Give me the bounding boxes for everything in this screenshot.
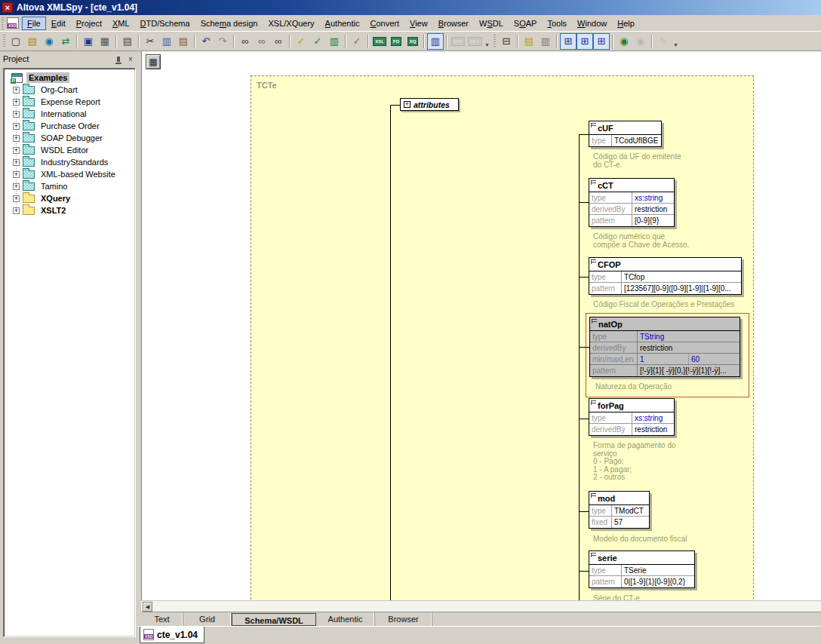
disconnect-server-icon[interactable]: ◉: [632, 33, 649, 50]
display-diagram-toggle-icon[interactable]: ⊞: [560, 33, 577, 50]
tree-item-soap-debugger[interactable]: +SOAP Debugger: [5, 132, 135, 144]
check-wellformed-icon[interactable]: ✓: [293, 33, 309, 50]
schema-element-icon[interactable]: ▤: [521, 33, 537, 50]
menu-schema-design[interactable]: Schema design: [195, 17, 263, 30]
show-globals-button[interactable]: ▦: [146, 54, 161, 69]
document-menu-icon[interactable]: [7, 17, 19, 29]
find-next-icon[interactable]: ∞: [270, 33, 287, 50]
save-all-icon[interactable]: ▦: [97, 33, 113, 50]
redo-icon[interactable]: ↷: [214, 33, 231, 50]
menu-file[interactable]: File: [22, 17, 46, 30]
xslfo-transform-icon[interactable]: FO: [388, 33, 404, 50]
menu-authentic[interactable]: Authentic: [320, 17, 365, 30]
open-file-icon[interactable]: ▤: [24, 33, 41, 50]
schema-copy-icon[interactable]: ▥: [537, 33, 554, 50]
find-icon[interactable]: ∞: [237, 33, 254, 50]
expand-icon[interactable]: +: [13, 135, 20, 142]
expand-icon[interactable]: +: [13, 207, 20, 214]
view-tab-schema-wsdl[interactable]: Schema/WSDL: [232, 613, 316, 626]
expand-icon[interactable]: +: [13, 147, 20, 154]
print-icon[interactable]: ▤: [119, 33, 136, 50]
reload-file-icon[interactable]: ⇄: [57, 33, 74, 50]
paste-icon[interactable]: ▤: [175, 33, 192, 50]
element-box-cUF[interactable]: cUFtypeTCodUfIBGE: [589, 121, 662, 147]
undo-icon[interactable]: ↶: [198, 33, 214, 50]
connect-server-icon[interactable]: ◉: [616, 33, 632, 50]
expand-icon[interactable]: +: [13, 183, 20, 190]
browser-preview-icon[interactable]: ▥: [427, 33, 444, 50]
new-document-icon[interactable]: ▢: [8, 33, 24, 50]
view-tab-authentic[interactable]: Authentic: [316, 612, 375, 626]
expand-attributes-icon[interactable]: +: [404, 101, 410, 108]
view-tab-text[interactable]: Text: [141, 612, 183, 626]
toolbar-grip[interactable]: [494, 35, 496, 48]
expand-icon[interactable]: +: [13, 99, 20, 106]
xsl-transform-icon[interactable]: XSL: [371, 33, 388, 50]
menu-wsdl[interactable]: WSDL: [474, 17, 509, 30]
expand-icon[interactable]: +: [13, 159, 20, 166]
display-constraints-toggle-icon[interactable]: ⊞: [593, 33, 610, 50]
tree-item-expense-report[interactable]: +Expense Report: [5, 96, 135, 108]
dtd-def-icon[interactable]: DEF: [450, 33, 466, 50]
menu-dtd-schema[interactable]: DTD/Schema: [135, 17, 195, 30]
attributes-box[interactable]: +attributes: [400, 98, 459, 111]
xquery-execute-icon[interactable]: XQ: [404, 33, 421, 50]
tree-item-xquery[interactable]: +XQuery: [5, 192, 135, 204]
toolbar-overflow-icon[interactable]: ▾: [483, 33, 491, 50]
tree-item-wsdl-editor[interactable]: +WSDL Editor: [5, 144, 135, 156]
close-icon[interactable]: ×: [125, 54, 136, 64]
display-annotations-toggle-icon[interactable]: ⊞: [577, 33, 593, 50]
element-box-CFOP[interactable]: CFOPtypeTCfoppattern[123567][0-9]([0-9][…: [589, 257, 742, 295]
expand-icon[interactable]: +: [13, 111, 20, 118]
tree-item-xslt2[interactable]: +XSLT2: [5, 204, 135, 216]
toolbar-grip[interactable]: [3, 35, 5, 48]
expand-icon[interactable]: +: [13, 195, 20, 202]
menu-window[interactable]: Window: [572, 17, 612, 30]
element-box-forPag[interactable]: forPagtypexs:stringderivedByrestriction: [589, 398, 675, 436]
element-box-serie[interactable]: serietypeTSeriepattern0|[1-9]{1}[0-9]{0,…: [589, 550, 695, 588]
expand-icon[interactable]: +: [13, 87, 20, 94]
spelling-icon[interactable]: ✓: [349, 33, 365, 50]
menu-tools[interactable]: Tools: [542, 17, 572, 30]
assign-schema-icon[interactable]: ▥: [326, 33, 343, 50]
menu-help[interactable]: Help: [612, 17, 640, 30]
find-in-files-icon[interactable]: ∞: [254, 33, 270, 50]
menu-xml[interactable]: XML: [107, 17, 135, 30]
pin-icon[interactable]: [113, 54, 124, 64]
open-url-icon[interactable]: ◉: [41, 33, 57, 50]
element-box-natOp[interactable]: natOptypeTStringderivedByrestrictionmin/…: [589, 317, 740, 377]
toolbar-overflow2-icon[interactable]: ▾: [672, 33, 680, 50]
script-editor-icon[interactable]: ✎: [655, 33, 672, 50]
validate-icon[interactable]: ✓: [309, 33, 326, 50]
menu-convert[interactable]: Convert: [364, 17, 404, 30]
menu-xsl-xquery[interactable]: XSL/XQuery: [263, 17, 319, 30]
tree-item-org-chart[interactable]: +Org-Chart: [5, 84, 135, 96]
tree-item-tamino[interactable]: +Tamino: [5, 180, 135, 192]
menu-view[interactable]: View: [404, 17, 433, 30]
element-box-mod[interactable]: modtypeTModCTfixed57: [589, 491, 650, 529]
expand-icon[interactable]: +: [13, 171, 20, 178]
scroll-left-icon[interactable]: ◀: [143, 602, 152, 612]
schema-settings-icon[interactable]: ⊟: [498, 33, 515, 50]
tree-item-industrystandards[interactable]: +IndustryStandards: [5, 156, 135, 168]
view-tab-browser[interactable]: Browser: [375, 612, 432, 626]
tree-item-international[interactable]: +International: [5, 108, 135, 120]
menubar-grip[interactable]: [2, 17, 4, 29]
tree-item-xml-based-website[interactable]: +XML-based Website: [5, 168, 135, 180]
view-tab-grid[interactable]: Grid: [183, 612, 232, 626]
menu-edit[interactable]: Edit: [46, 17, 71, 30]
tree-item-purchase-order[interactable]: +Purchase Order: [5, 120, 135, 132]
menu-project[interactable]: Project: [71, 17, 107, 30]
tree-root-examples[interactable]: Examples: [5, 72, 135, 84]
menu-soap[interactable]: SOAP: [509, 17, 543, 30]
element-box-cCT[interactable]: cCTtypexs:stringderivedByrestrictionpatt…: [589, 178, 675, 227]
save-icon[interactable]: ▣: [80, 33, 97, 50]
horizontal-scrollbar[interactable]: ◀: [141, 600, 821, 612]
file-tab[interactable]: cte_v1.04: [140, 627, 204, 643]
cut-icon[interactable]: ✂: [142, 33, 158, 50]
dtd-file-icon[interactable]: FILE: [466, 33, 483, 50]
expand-icon[interactable]: +: [13, 123, 20, 130]
title-bar[interactable]: × Altova XMLSpy - [cte_v1.04]: [0, 0, 821, 15]
copy-icon[interactable]: ▥: [158, 33, 175, 50]
menu-browser[interactable]: Browser: [433, 17, 474, 30]
